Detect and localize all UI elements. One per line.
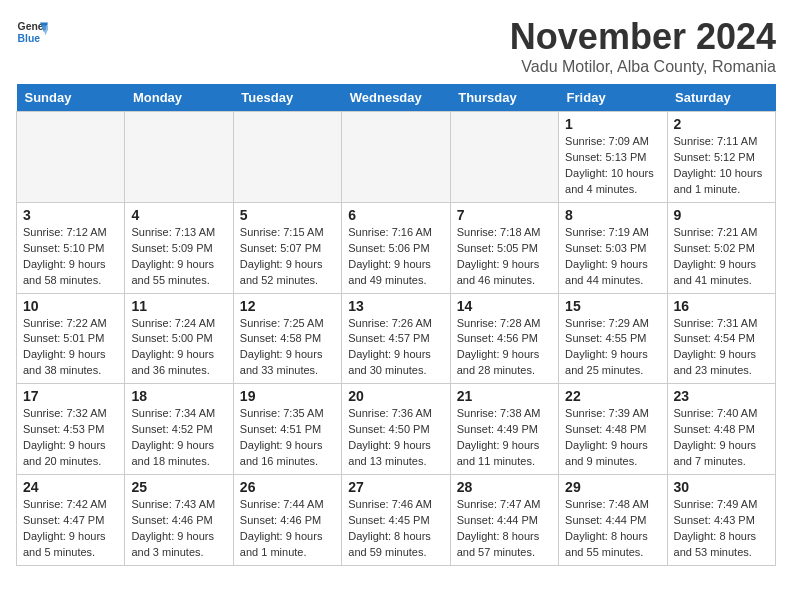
- day-info: Sunrise: 7:22 AMSunset: 5:01 PMDaylight:…: [23, 316, 118, 380]
- calendar-cell: [17, 112, 125, 203]
- day-info: Sunrise: 7:25 AMSunset: 4:58 PMDaylight:…: [240, 316, 335, 380]
- day-info: Sunrise: 7:21 AMSunset: 5:02 PMDaylight:…: [674, 225, 769, 289]
- calendar-cell: 24Sunrise: 7:42 AMSunset: 4:47 PMDayligh…: [17, 475, 125, 566]
- calendar-header-monday: Monday: [125, 84, 233, 112]
- day-info: Sunrise: 7:38 AMSunset: 4:49 PMDaylight:…: [457, 406, 552, 470]
- calendar-table: SundayMondayTuesdayWednesdayThursdayFrid…: [16, 84, 776, 566]
- day-number: 11: [131, 298, 226, 314]
- day-info: Sunrise: 7:35 AMSunset: 4:51 PMDaylight:…: [240, 406, 335, 470]
- calendar-cell: 25Sunrise: 7:43 AMSunset: 4:46 PMDayligh…: [125, 475, 233, 566]
- calendar-week-0: 1Sunrise: 7:09 AMSunset: 5:13 PMDaylight…: [17, 112, 776, 203]
- day-info: Sunrise: 7:48 AMSunset: 4:44 PMDaylight:…: [565, 497, 660, 561]
- day-number: 29: [565, 479, 660, 495]
- calendar-week-3: 17Sunrise: 7:32 AMSunset: 4:53 PMDayligh…: [17, 384, 776, 475]
- day-info: Sunrise: 7:43 AMSunset: 4:46 PMDaylight:…: [131, 497, 226, 561]
- calendar-cell: 23Sunrise: 7:40 AMSunset: 4:48 PMDayligh…: [667, 384, 775, 475]
- day-info: Sunrise: 7:44 AMSunset: 4:46 PMDaylight:…: [240, 497, 335, 561]
- title-area: November 2024 Vadu Motilor, Alba County,…: [510, 16, 776, 76]
- day-number: 9: [674, 207, 769, 223]
- day-number: 1: [565, 116, 660, 132]
- calendar-cell: 5Sunrise: 7:15 AMSunset: 5:07 PMDaylight…: [233, 202, 341, 293]
- day-number: 22: [565, 388, 660, 404]
- calendar-cell: [450, 112, 558, 203]
- calendar-cell: 1Sunrise: 7:09 AMSunset: 5:13 PMDaylight…: [559, 112, 667, 203]
- day-info: Sunrise: 7:32 AMSunset: 4:53 PMDaylight:…: [23, 406, 118, 470]
- calendar-cell: 12Sunrise: 7:25 AMSunset: 4:58 PMDayligh…: [233, 293, 341, 384]
- day-info: Sunrise: 7:13 AMSunset: 5:09 PMDaylight:…: [131, 225, 226, 289]
- day-number: 10: [23, 298, 118, 314]
- calendar-header-tuesday: Tuesday: [233, 84, 341, 112]
- day-number: 25: [131, 479, 226, 495]
- day-info: Sunrise: 7:24 AMSunset: 5:00 PMDaylight:…: [131, 316, 226, 380]
- calendar-cell: 3Sunrise: 7:12 AMSunset: 5:10 PMDaylight…: [17, 202, 125, 293]
- day-number: 20: [348, 388, 443, 404]
- calendar-cell: 11Sunrise: 7:24 AMSunset: 5:00 PMDayligh…: [125, 293, 233, 384]
- calendar-cell: 8Sunrise: 7:19 AMSunset: 5:03 PMDaylight…: [559, 202, 667, 293]
- calendar-cell: 28Sunrise: 7:47 AMSunset: 4:44 PMDayligh…: [450, 475, 558, 566]
- day-number: 16: [674, 298, 769, 314]
- calendar-cell: 17Sunrise: 7:32 AMSunset: 4:53 PMDayligh…: [17, 384, 125, 475]
- calendar-week-2: 10Sunrise: 7:22 AMSunset: 5:01 PMDayligh…: [17, 293, 776, 384]
- logo: General Blue: [16, 16, 48, 48]
- calendar-cell: 22Sunrise: 7:39 AMSunset: 4:48 PMDayligh…: [559, 384, 667, 475]
- calendar-header-thursday: Thursday: [450, 84, 558, 112]
- day-number: 15: [565, 298, 660, 314]
- day-number: 13: [348, 298, 443, 314]
- calendar-cell: 7Sunrise: 7:18 AMSunset: 5:05 PMDaylight…: [450, 202, 558, 293]
- day-info: Sunrise: 7:49 AMSunset: 4:43 PMDaylight:…: [674, 497, 769, 561]
- calendar-cell: 13Sunrise: 7:26 AMSunset: 4:57 PMDayligh…: [342, 293, 450, 384]
- calendar-cell: 4Sunrise: 7:13 AMSunset: 5:09 PMDaylight…: [125, 202, 233, 293]
- day-info: Sunrise: 7:16 AMSunset: 5:06 PMDaylight:…: [348, 225, 443, 289]
- calendar-cell: 6Sunrise: 7:16 AMSunset: 5:06 PMDaylight…: [342, 202, 450, 293]
- calendar-cell: 18Sunrise: 7:34 AMSunset: 4:52 PMDayligh…: [125, 384, 233, 475]
- calendar-cell: 20Sunrise: 7:36 AMSunset: 4:50 PMDayligh…: [342, 384, 450, 475]
- day-number: 21: [457, 388, 552, 404]
- day-info: Sunrise: 7:26 AMSunset: 4:57 PMDaylight:…: [348, 316, 443, 380]
- day-number: 12: [240, 298, 335, 314]
- calendar-cell: 15Sunrise: 7:29 AMSunset: 4:55 PMDayligh…: [559, 293, 667, 384]
- calendar-week-4: 24Sunrise: 7:42 AMSunset: 4:47 PMDayligh…: [17, 475, 776, 566]
- day-info: Sunrise: 7:34 AMSunset: 4:52 PMDaylight:…: [131, 406, 226, 470]
- day-number: 5: [240, 207, 335, 223]
- calendar-header-row: SundayMondayTuesdayWednesdayThursdayFrid…: [17, 84, 776, 112]
- calendar-cell: 14Sunrise: 7:28 AMSunset: 4:56 PMDayligh…: [450, 293, 558, 384]
- calendar-header-saturday: Saturday: [667, 84, 775, 112]
- day-info: Sunrise: 7:47 AMSunset: 4:44 PMDaylight:…: [457, 497, 552, 561]
- month-title: November 2024: [510, 16, 776, 58]
- day-info: Sunrise: 7:36 AMSunset: 4:50 PMDaylight:…: [348, 406, 443, 470]
- calendar-cell: 2Sunrise: 7:11 AMSunset: 5:12 PMDaylight…: [667, 112, 775, 203]
- day-info: Sunrise: 7:09 AMSunset: 5:13 PMDaylight:…: [565, 134, 660, 198]
- day-number: 24: [23, 479, 118, 495]
- day-number: 19: [240, 388, 335, 404]
- day-number: 6: [348, 207, 443, 223]
- location-subtitle: Vadu Motilor, Alba County, Romania: [510, 58, 776, 76]
- calendar-cell: 26Sunrise: 7:44 AMSunset: 4:46 PMDayligh…: [233, 475, 341, 566]
- calendar-cell: 30Sunrise: 7:49 AMSunset: 4:43 PMDayligh…: [667, 475, 775, 566]
- day-info: Sunrise: 7:42 AMSunset: 4:47 PMDaylight:…: [23, 497, 118, 561]
- calendar-header-wednesday: Wednesday: [342, 84, 450, 112]
- calendar-header-friday: Friday: [559, 84, 667, 112]
- day-number: 27: [348, 479, 443, 495]
- day-number: 4: [131, 207, 226, 223]
- day-number: 23: [674, 388, 769, 404]
- day-info: Sunrise: 7:29 AMSunset: 4:55 PMDaylight:…: [565, 316, 660, 380]
- calendar-week-1: 3Sunrise: 7:12 AMSunset: 5:10 PMDaylight…: [17, 202, 776, 293]
- calendar-cell: 9Sunrise: 7:21 AMSunset: 5:02 PMDaylight…: [667, 202, 775, 293]
- calendar-cell: 16Sunrise: 7:31 AMSunset: 4:54 PMDayligh…: [667, 293, 775, 384]
- day-number: 28: [457, 479, 552, 495]
- day-info: Sunrise: 7:15 AMSunset: 5:07 PMDaylight:…: [240, 225, 335, 289]
- day-info: Sunrise: 7:18 AMSunset: 5:05 PMDaylight:…: [457, 225, 552, 289]
- calendar-cell: 21Sunrise: 7:38 AMSunset: 4:49 PMDayligh…: [450, 384, 558, 475]
- day-number: 18: [131, 388, 226, 404]
- calendar-cell: 10Sunrise: 7:22 AMSunset: 5:01 PMDayligh…: [17, 293, 125, 384]
- day-info: Sunrise: 7:28 AMSunset: 4:56 PMDaylight:…: [457, 316, 552, 380]
- calendar-header-sunday: Sunday: [17, 84, 125, 112]
- page-header: General Blue November 2024 Vadu Motilor,…: [16, 16, 776, 76]
- day-info: Sunrise: 7:40 AMSunset: 4:48 PMDaylight:…: [674, 406, 769, 470]
- day-info: Sunrise: 7:12 AMSunset: 5:10 PMDaylight:…: [23, 225, 118, 289]
- day-info: Sunrise: 7:39 AMSunset: 4:48 PMDaylight:…: [565, 406, 660, 470]
- calendar-cell: [342, 112, 450, 203]
- calendar-cell: [233, 112, 341, 203]
- day-info: Sunrise: 7:11 AMSunset: 5:12 PMDaylight:…: [674, 134, 769, 198]
- svg-text:Blue: Blue: [18, 33, 41, 44]
